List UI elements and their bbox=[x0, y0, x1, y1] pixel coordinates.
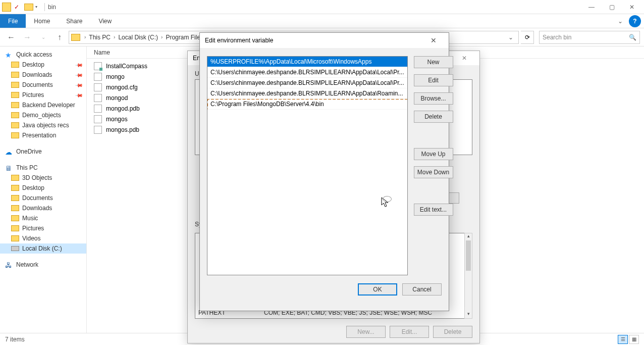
sidebar-network[interactable]: 🖧Network bbox=[0, 260, 86, 270]
chevron-right-icon[interactable]: › bbox=[159, 34, 165, 40]
move-down-button[interactable]: Move Down bbox=[414, 166, 453, 178]
edit-text-button[interactable]: Edit text... bbox=[414, 204, 453, 216]
forward-button[interactable]: → bbox=[20, 30, 34, 44]
cloud-icon: ☁ bbox=[5, 148, 13, 155]
up-button[interactable]: ↑ bbox=[52, 30, 67, 44]
network-icon: 🖧 bbox=[5, 261, 13, 268]
drive-icon bbox=[11, 246, 19, 251]
folder-icon bbox=[11, 92, 19, 98]
scroll-down-icon[interactable]: ▾ bbox=[465, 311, 472, 318]
sidebar-item-documents2[interactable]: Documents bbox=[0, 193, 86, 203]
help-icon[interactable]: ? bbox=[629, 15, 641, 27]
cancel-button[interactable]: Cancel bbox=[402, 283, 442, 295]
breadcrumb-item[interactable]: Local Disk (C:) bbox=[117, 34, 159, 41]
tab-file[interactable]: File bbox=[0, 14, 26, 28]
sidebar-item-desktop[interactable]: Desktop📌 bbox=[0, 60, 86, 70]
sidebar-item-backend[interactable]: Backend Developer bbox=[0, 100, 86, 110]
folder-icon bbox=[11, 175, 19, 181]
chevron-right-icon[interactable]: › bbox=[112, 34, 117, 40]
back-button[interactable]: ← bbox=[4, 30, 18, 44]
path-item[interactable]: C:\Users\chinmayee.deshpande.BLRSIMPLILE… bbox=[207, 88, 407, 99]
breadcrumb-item[interactable]: This PC bbox=[88, 34, 112, 41]
sidebar-item-pictures2[interactable]: Pictures bbox=[0, 223, 86, 233]
folder-icon bbox=[11, 72, 19, 78]
pin-icon: 📌 bbox=[75, 91, 83, 99]
edit-button[interactable]: Edit... bbox=[390, 326, 429, 338]
file-icon bbox=[94, 105, 102, 113]
file-icon bbox=[94, 126, 102, 134]
sidebar-item-downloads2[interactable]: Downloads bbox=[0, 203, 86, 213]
path-list[interactable]: %USERPROFILE%\AppData\Local\Microsoft\Wi… bbox=[207, 56, 408, 275]
scrollbar[interactable]: ▴ ▾ bbox=[464, 233, 472, 319]
sidebar-item-local-disk[interactable]: Local Disk (C:) bbox=[0, 243, 86, 254]
edit-button[interactable]: Edit bbox=[414, 74, 453, 86]
file-icon bbox=[94, 115, 102, 123]
file-icon bbox=[94, 94, 102, 102]
search-icon[interactable]: 🔍 bbox=[629, 34, 636, 41]
chevron-right-icon[interactable]: › bbox=[82, 34, 88, 40]
sidebar-item-demo[interactable]: Demo_objects bbox=[0, 110, 86, 120]
star-icon: ★ bbox=[5, 51, 13, 58]
maximize-button[interactable]: ▢ bbox=[602, 1, 622, 14]
folder-icon bbox=[11, 205, 19, 211]
sidebar-item-presentation[interactable]: Presentation bbox=[0, 130, 86, 140]
sidebar-this-pc[interactable]: 🖥This PC bbox=[0, 163, 86, 173]
sidebar-item-3dobjects[interactable]: 3D Objects bbox=[0, 173, 86, 183]
path-item[interactable]: C:\Users\chinmayee.deshpande.BLRSIMPLILE… bbox=[207, 78, 407, 88]
file-icon bbox=[94, 62, 102, 70]
pin-icon: 📌 bbox=[75, 61, 83, 69]
window-title: bin bbox=[48, 4, 56, 11]
folder-icon bbox=[11, 62, 19, 68]
scroll-up-icon[interactable]: ▴ bbox=[465, 233, 472, 240]
sidebar-item-pictures[interactable]: Pictures📌 bbox=[0, 90, 86, 100]
tab-share[interactable]: Share bbox=[58, 14, 90, 28]
new-button[interactable]: New bbox=[414, 56, 453, 68]
sidebar-quick-access[interactable]: ★Quick access bbox=[0, 50, 86, 60]
pin-icon: 📌 bbox=[75, 81, 83, 89]
sidebar-item-documents[interactable]: Documents📌 bbox=[0, 80, 86, 90]
window-title-bar: ✓ ▾ bin — ▢ ✕ bbox=[0, 0, 644, 14]
scroll-thumb[interactable] bbox=[466, 240, 471, 271]
folder-icon bbox=[11, 195, 19, 201]
refresh-button[interactable]: ⟳ bbox=[521, 31, 534, 44]
sidebar-item-videos[interactable]: Videos bbox=[0, 233, 86, 243]
tab-view[interactable]: View bbox=[90, 14, 120, 28]
breadcrumb-dropdown-icon[interactable]: ⌄ bbox=[505, 34, 516, 41]
minimize-button[interactable]: — bbox=[581, 1, 602, 14]
close-icon[interactable]: ✕ bbox=[454, 55, 474, 62]
edit-environment-variable-dialog: Edit environment variable ✕ %USERPROFILE… bbox=[199, 32, 449, 311]
search-input[interactable]: Search bin 🔍 bbox=[539, 31, 640, 44]
close-button[interactable]: ✕ bbox=[622, 1, 642, 14]
ribbon-expand-icon[interactable]: ⌄ bbox=[614, 14, 627, 28]
folder-icon bbox=[11, 215, 19, 221]
sidebar-item-java[interactable]: Java objects recs bbox=[0, 120, 86, 130]
path-item[interactable]: %USERPROFILE%\AppData\Local\Microsoft\Wi… bbox=[207, 57, 407, 67]
pc-icon: 🖥 bbox=[5, 164, 13, 171]
path-item[interactable]: C:\Users\chinmayee.deshpande.BLRSIMPLILE… bbox=[207, 67, 407, 78]
qa-dropdown-icon[interactable]: ▾ bbox=[35, 5, 37, 9]
ok-button[interactable]: OK bbox=[358, 283, 397, 295]
sidebar-item-music[interactable]: Music bbox=[0, 213, 86, 223]
item-count: 7 items bbox=[5, 336, 25, 343]
explorer-icon bbox=[2, 3, 11, 12]
delete-button[interactable]: Delete bbox=[414, 111, 453, 123]
folder-icon bbox=[24, 4, 33, 11]
new-button[interactable]: New... bbox=[346, 326, 386, 338]
dialog-title: Edit environment variable bbox=[205, 37, 273, 44]
move-up-button[interactable]: Move Up bbox=[414, 148, 453, 160]
tab-home[interactable]: Home bbox=[26, 14, 58, 28]
details-view-button[interactable]: ☰ bbox=[618, 335, 628, 344]
sidebar-item-downloads[interactable]: Downloads📌 bbox=[0, 70, 86, 80]
sidebar-item-desktop2[interactable]: Desktop bbox=[0, 183, 86, 193]
icons-view-button[interactable]: ▦ bbox=[629, 335, 639, 344]
browse-button[interactable]: Browse... bbox=[414, 92, 453, 105]
divider bbox=[44, 3, 45, 11]
breadcrumb-item[interactable]: Program Files bbox=[165, 34, 204, 41]
folder-icon bbox=[11, 82, 19, 88]
qa-check-icon[interactable]: ✓ bbox=[13, 4, 20, 11]
delete-button[interactable]: Delete bbox=[433, 326, 472, 338]
history-dropdown-icon[interactable]: ⌄ bbox=[36, 30, 50, 44]
sidebar-onedrive[interactable]: ☁OneDrive bbox=[0, 146, 86, 157]
path-item-mongodb[interactable]: C:\Program Files\MongoDB\Server\4.4\bin bbox=[207, 99, 407, 110]
close-icon[interactable]: ✕ bbox=[423, 36, 444, 44]
